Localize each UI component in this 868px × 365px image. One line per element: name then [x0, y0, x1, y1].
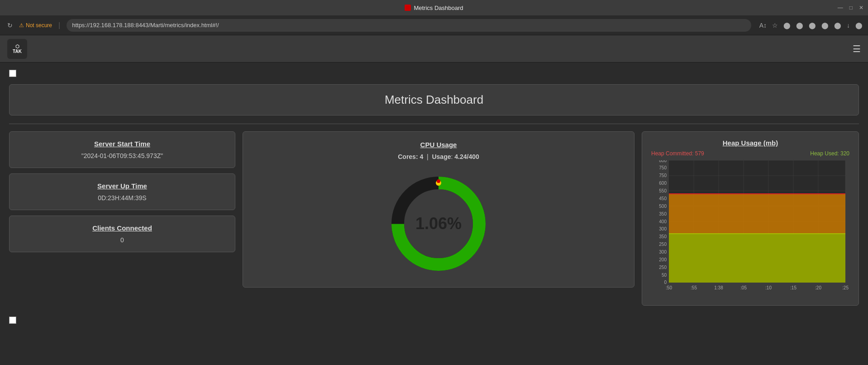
- ext3-icon[interactable]: ⬤: [809, 22, 816, 29]
- cores-value: 4: [420, 153, 423, 160]
- svg-text:800: 800: [659, 160, 667, 163]
- heap-usage-title: Heap Usage (mb): [649, 139, 851, 147]
- usage-value: 4.24/400: [454, 153, 479, 160]
- app-wrapper: ⬡ TAK ☰ Metrics Dashboard Server Start T…: [0, 35, 868, 335]
- svg-text:450: 450: [659, 196, 667, 201]
- svg-text:300: 300: [659, 250, 667, 255]
- svg-rect-23: [669, 234, 845, 283]
- bookmark-icon[interactable]: ☆: [772, 22, 778, 29]
- svg-text:500: 500: [659, 204, 667, 209]
- cpu-info: Cores: 4 | Usage: 4.24/400: [252, 153, 625, 160]
- ext2-icon[interactable]: ⬤: [796, 22, 803, 29]
- dashboard-title: Metrics Dashboard: [18, 93, 850, 107]
- tab-title-text: Metrics Dashboard: [414, 5, 463, 11]
- server-start-time-card: Server Start Time "2024-01-06T09:53:45.9…: [9, 131, 235, 168]
- svg-text:600: 600: [659, 181, 667, 186]
- cores-label: Cores:: [398, 153, 418, 160]
- svg-text:200: 200: [659, 257, 667, 262]
- svg-text:400: 400: [659, 219, 667, 224]
- cpu-gauge: 1.06%: [384, 169, 493, 278]
- svg-text:50: 50: [662, 273, 667, 278]
- app-nav: ⬡ TAK ☰: [0, 35, 868, 62]
- svg-text:300: 300: [659, 226, 667, 231]
- ext4-icon[interactable]: ⬤: [821, 22, 829, 29]
- svg-text:1:38: 1:38: [714, 285, 723, 290]
- main-grid: Server Start Time "2024-01-06T09:53:45.9…: [9, 131, 859, 306]
- server-up-time-label: Server Up Time: [18, 182, 227, 190]
- address-bar[interactable]: https://192.168.178.188:8443/Marti/metri…: [67, 19, 751, 32]
- tab-title: Metrics Dashboard: [405, 5, 463, 11]
- cpu-percentage: 1.06%: [415, 214, 462, 233]
- svg-point-3: [437, 179, 440, 183]
- server-start-time-label: Server Start Time: [18, 140, 227, 148]
- svg-text::10: :10: [765, 285, 772, 290]
- ext1-icon[interactable]: ⬤: [783, 22, 791, 29]
- maximize-button[interactable]: □: [849, 5, 853, 11]
- bottom-checkbox[interactable]: [9, 317, 16, 324]
- hamburger-menu[interactable]: ☰: [853, 43, 861, 54]
- ext6-icon[interactable]: ⬤: [855, 22, 863, 29]
- minimize-button[interactable]: —: [838, 5, 843, 11]
- svg-text:250: 250: [659, 242, 667, 247]
- dashboard: Metrics Dashboard Server Start Time "202…: [0, 62, 868, 335]
- browser-addressbar: ↻ Not secure | https://192.168.178.188:8…: [0, 15, 868, 35]
- section-divider: [9, 124, 859, 124]
- heap-used-label: Heap Used: 320: [810, 150, 849, 157]
- heap-usage-card: Heap Usage (mb) Heap Committed: 579 Heap…: [642, 131, 859, 306]
- download-icon[interactable]: ↓: [847, 22, 850, 29]
- svg-text::25: :25: [842, 285, 849, 290]
- usage-label: Usage: [432, 153, 451, 160]
- svg-text::05: :05: [740, 285, 747, 290]
- heap-chart-svg: 800 750 550 500 400 350 300 250 0 750 60…: [649, 160, 851, 296]
- app-logo: ⬡ TAK: [7, 39, 27, 59]
- heap-chart: 800 750 550 500 400 350 300 250 0 750 60…: [649, 160, 851, 298]
- server-up-time-card: Server Up Time 0D:23H:44M:39S: [9, 173, 235, 210]
- clients-connected-card: Clients Connected 0: [9, 216, 235, 252]
- cpu-usage-card: CPU Usage Cores: 4 | Usage: 4.24/400: [243, 131, 634, 288]
- window-controls[interactable]: — □ ✕: [838, 5, 863, 11]
- svg-text:550: 550: [659, 188, 667, 193]
- svg-text:350: 350: [659, 234, 667, 239]
- logo-text: TAK: [13, 49, 22, 54]
- heap-committed-label: Heap Committed: 579: [651, 150, 704, 157]
- cpu-usage-title: CPU Usage: [252, 141, 625, 149]
- not-secure-indicator: Not secure: [19, 22, 52, 29]
- clients-connected-label: Clients Connected: [18, 224, 227, 232]
- browser-titlebar: Metrics Dashboard — □ ✕: [0, 0, 868, 15]
- svg-text::20: :20: [815, 285, 821, 290]
- svg-text:750: 750: [659, 165, 667, 170]
- address-url: https://192.168.178.188:8443/Marti/metri…: [72, 22, 219, 29]
- svg-text:0: 0: [664, 280, 667, 285]
- top-checkbox[interactable]: [9, 70, 16, 77]
- dashboard-title-card: Metrics Dashboard: [9, 84, 859, 115]
- logo-icon: ⬡: [15, 44, 19, 49]
- clients-connected-value: 0: [18, 236, 227, 244]
- left-column: Server Start Time "2024-01-06T09:53:45.9…: [9, 131, 235, 252]
- reload-button[interactable]: ↻: [5, 22, 14, 29]
- svg-text:350: 350: [659, 211, 667, 216]
- svg-text::15: :15: [790, 285, 796, 290]
- bottom-bar: [9, 313, 859, 327]
- address-separator: |: [58, 21, 60, 29]
- translate-icon[interactable]: A↕: [759, 22, 767, 29]
- svg-text:750: 750: [659, 173, 667, 178]
- close-button[interactable]: ✕: [859, 5, 863, 11]
- server-start-time-value: "2024-01-06T09:53:45.973Z": [18, 152, 227, 159]
- ext5-icon[interactable]: ⬤: [834, 22, 841, 29]
- svg-text::50: :50: [666, 285, 672, 290]
- svg-text::55: :55: [691, 285, 697, 290]
- svg-text:250: 250: [659, 265, 667, 270]
- server-up-time-value: 0D:23H:44M:39S: [18, 194, 227, 202]
- tab-favicon: [405, 5, 411, 11]
- heap-legend: Heap Committed: 579 Heap Used: 320: [649, 150, 851, 157]
- toolbar-icons: A↕ ☆ ⬤ ⬤ ⬤ ⬤ ⬤ ↓ ⬤: [759, 22, 863, 29]
